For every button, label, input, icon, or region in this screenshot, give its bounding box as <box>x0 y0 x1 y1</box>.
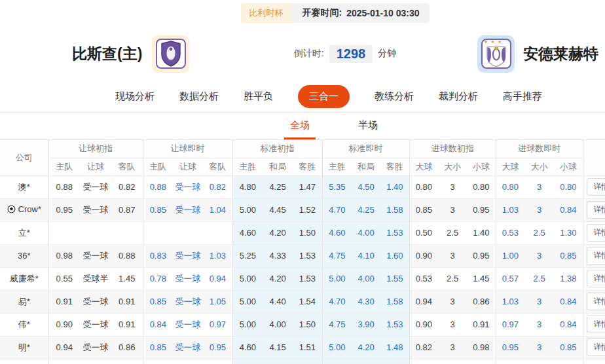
odds-cell-goals_initial-2: 1.45 <box>467 267 496 290</box>
odds-cell-goals_live-2: 1.30 <box>554 221 583 244</box>
odds-cell-goals_initial-1: 3 <box>438 313 467 336</box>
odds-cell-handicap_initial-1: 受一球 <box>80 336 111 359</box>
odds-cell-goals_live-0: 0.57 <box>496 267 524 290</box>
odds-cell-handicap_initial-1: 受一球 <box>80 313 111 336</box>
odds-cell-goals_initial-2: 0.91 <box>467 313 496 336</box>
nav-tab-3[interactable]: 三合一 <box>298 85 350 108</box>
odds-cell-std_initial-2 <box>293 359 322 364</box>
odds-cell-handicap_initial-0: 0.98 <box>48 244 80 267</box>
away-team-badge-icon <box>477 35 515 73</box>
company-name: 威廉希* <box>10 273 39 285</box>
company-column-header: 公司 <box>0 140 48 175</box>
odds-cell-handicap_live-2: 0.95 <box>203 336 232 359</box>
kickoff-time: 2025-01-10 03:30 <box>346 8 419 18</box>
odds-cell-handicap_live-1: 受一球 <box>173 175 203 198</box>
detail-button[interactable]: 详情 <box>587 270 605 287</box>
detail-button[interactable]: 详情 <box>587 178 605 196</box>
top-bar: 比利时杯 开赛时间: 2025-01-10 03:30 <box>0 0 605 26</box>
nav-bar: 现场分析数据分析胜平负三合一教练分析裁判分析高手推荐 <box>0 81 605 113</box>
odds-cell-std_live-2: 1.58 <box>380 198 409 221</box>
odds-cell-std_initial-1: 4.25 <box>263 175 293 198</box>
company-cell: 伟* <box>0 313 48 336</box>
odds-cell-goals_live-1: 3 <box>524 198 554 221</box>
odds-cell-std_live-1: 4.00 <box>352 221 380 244</box>
odds-cell-std_initial-2: 1.50 <box>293 221 322 244</box>
sub-bar: 全场半场 <box>0 113 605 140</box>
odds-cell-std_live-0: 5.35 <box>322 175 352 198</box>
sub-header-3-2: 客胜 <box>380 158 409 175</box>
kickoff-box: 开赛时间: 2025-01-10 03:30 <box>292 3 430 23</box>
detail-cell <box>583 359 605 364</box>
odds-cell-goals_initial-2: 0.95 <box>467 198 496 221</box>
company-cell: 明* <box>0 336 48 359</box>
odds-cell-std_initial-0: 5.25 <box>232 244 263 267</box>
home-team-name: 比斯查(主) <box>72 44 142 64</box>
detail-button[interactable]: 详情 <box>587 247 605 264</box>
sub-header-3-0: 主胜 <box>322 158 352 175</box>
odds-cell-handicap_live-1 <box>173 221 203 244</box>
detail-button[interactable]: 详情 <box>587 201 605 219</box>
detail-button[interactable]: 详情 <box>587 224 605 242</box>
nav-tab-4[interactable]: 教练分析 <box>375 90 414 103</box>
odds-cell-std_initial-2: 1.47 <box>293 175 322 198</box>
nav-tab-6[interactable]: 高手推荐 <box>503 90 542 103</box>
odds-cell-std_live-2: 1.53 <box>380 313 409 336</box>
odds-cell-handicap_initial-2: 0.86 <box>111 336 143 359</box>
odds-cell-goals_initial-0: 0.53 <box>409 267 438 290</box>
odds-cell-goals_live-0: 0.53 <box>496 221 524 244</box>
odds-cell-handicap_initial-1 <box>80 221 111 244</box>
odds-cell-handicap_initial-1: 受一球 <box>80 290 111 313</box>
sub-header-1-0: 主队 <box>143 158 173 175</box>
sub-header-1-2: 客队 <box>203 158 232 175</box>
nav-tab-5[interactable]: 裁判分析 <box>439 90 478 103</box>
sub-header-5-1: 大小 <box>524 158 554 175</box>
nav-tab-1[interactable]: 数据分析 <box>179 90 219 103</box>
odds-cell-goals_initial-1: 3 <box>438 175 467 198</box>
sub-tab-0[interactable]: 全场 <box>284 112 316 139</box>
odds-cell-goals_initial-0: 0.90 <box>409 244 438 267</box>
odds-cell-goals_live-2: 0.85 <box>554 336 583 359</box>
soccer-ball-icon <box>7 205 16 213</box>
detail-button[interactable]: 详情 <box>587 293 605 310</box>
table-row: 威廉希*0.55受球半1.450.78受一球0.945.004.201.535.… <box>0 267 605 290</box>
odds-cell-goals_live-1: 3 <box>524 244 554 267</box>
company-cell: 立* <box>0 221 48 244</box>
company-name: 易* <box>18 296 30 308</box>
odds-cell-std_initial-1: 4.45 <box>263 198 293 221</box>
odds-cell-std_initial-1 <box>263 359 293 364</box>
odds-cell-handicap_live-0 <box>143 359 173 364</box>
company-name: 36* <box>18 251 31 261</box>
company-cell: 36* <box>0 244 48 267</box>
group-header-2: 标准初指 <box>232 140 322 158</box>
odds-cell-std_live-0: 4.70 <box>322 290 352 313</box>
nav-tab-2[interactable]: 胜平负 <box>244 90 273 103</box>
odds-cell-std_live-1 <box>352 359 380 364</box>
sub-header-0-2: 客队 <box>111 158 143 175</box>
odds-cell-goals_live-0: 1.03 <box>496 290 524 313</box>
odds-cell-std_initial-1: 4.20 <box>263 221 293 244</box>
sub-header-4-2: 小球 <box>467 158 496 175</box>
nav-tab-0[interactable]: 现场分析 <box>115 90 155 103</box>
odds-cell-goals_initial-0: 0.85 <box>409 198 438 221</box>
odds-cell-handicap_initial-0: 0.94 <box>48 336 80 359</box>
detail-button[interactable]: 详情 <box>587 316 605 333</box>
company-name: Crow* <box>18 204 41 214</box>
odds-cell-goals_initial-2: 0.98 <box>467 336 496 359</box>
company-name: 立* <box>18 227 30 239</box>
detail-button[interactable]: 详情 <box>587 338 605 356</box>
countdown-block: 倒计时: 1298 分钟 <box>294 45 396 63</box>
group-header-3: 标准即时 <box>322 140 409 158</box>
table-row: 36*0.98受一球0.880.83受一球1.035.254.331.534.7… <box>0 244 605 267</box>
odds-cell-handicap_live-1: 受一球 <box>173 290 203 313</box>
table-row <box>0 359 605 364</box>
sub-header-1-1: 让球 <box>173 158 203 175</box>
sub-header-2-1: 和局 <box>263 158 293 175</box>
sub-header-2-2: 客胜 <box>293 158 322 175</box>
odds-cell-std_initial-2: 1.50 <box>293 313 322 336</box>
odds-cell-goals_live-0: 1.03 <box>496 198 524 221</box>
table-row: 澳*0.88受一球0.820.88受一球0.824.804.251.475.35… <box>0 175 605 198</box>
odds-cell-handicap_initial-0: 0.55 <box>48 267 80 290</box>
odds-cell-goals_initial-1: 2.5 <box>438 267 467 290</box>
sub-tab-1[interactable]: 半场 <box>352 112 384 139</box>
odds-cell-std_live-0: 5.00 <box>322 267 352 290</box>
